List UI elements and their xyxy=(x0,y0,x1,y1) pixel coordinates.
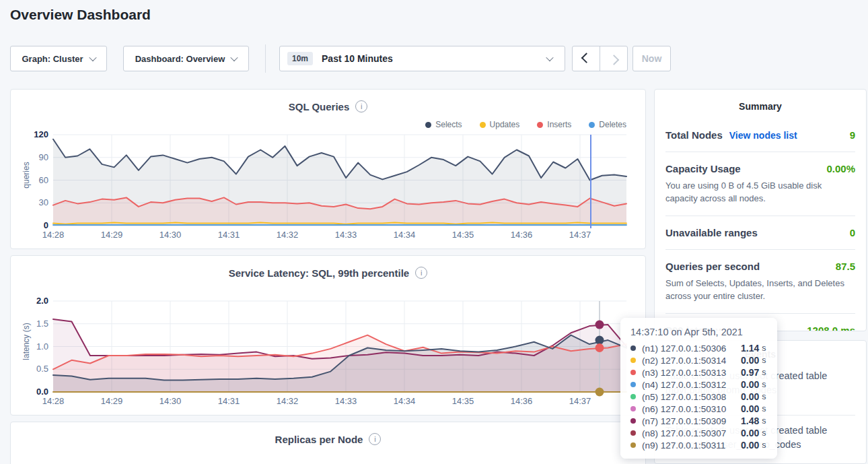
summary-row-value: 0 xyxy=(850,227,855,238)
service-latency-title: Service Latency: SQL, 99th percentile xyxy=(229,267,409,279)
toolbar-divider xyxy=(265,44,266,73)
node-color-dot-icon xyxy=(630,418,636,424)
chevron-down-icon xyxy=(546,54,553,61)
time-range-label: Past 10 Minutes xyxy=(322,53,393,64)
x-axis-tick: 14:35 xyxy=(448,396,478,406)
y-axis-tick: 1.0 xyxy=(11,341,48,352)
info-icon[interactable]: i xyxy=(369,433,381,445)
tooltip-row: (n6) 127.0.0.1:503100.00s xyxy=(630,403,767,415)
time-forward-button[interactable] xyxy=(600,46,627,71)
tooltip-node-unit: s xyxy=(762,380,766,389)
chevron-left-icon xyxy=(581,53,591,63)
node-color-dot-icon xyxy=(630,358,636,363)
node-color-dot-icon xyxy=(630,406,636,411)
x-axis-tick: 14:29 xyxy=(97,396,126,406)
x-axis-tick: 14:35 xyxy=(448,230,478,240)
node-color-dot-icon xyxy=(630,370,636,375)
x-axis-tick: 14:34 xyxy=(390,396,419,406)
legend-label: Inserts xyxy=(547,120,571,129)
overview-dashboard-page: Overview Dashboard Graph: Cluster Dashbo… xyxy=(0,0,868,464)
tooltip-node-label: (n1) 127.0.0.1:50306 xyxy=(642,343,741,354)
sql-queries-title: SQL Queries xyxy=(289,101,350,112)
summary-row-top: Total NodesView nodes list9 xyxy=(665,129,855,141)
node-color-dot-icon xyxy=(630,430,636,436)
node-color-dot-icon xyxy=(630,382,636,387)
sql-queries-legend: SelectsUpdatesInsertsDeletes xyxy=(425,120,626,129)
y-axis-tick: 0 xyxy=(11,220,48,230)
summary-row: Total NodesView nodes list9 xyxy=(665,119,855,152)
y-axis-tick: 0.5 xyxy=(11,364,48,374)
tooltip-node-label: (n3) 127.0.0.1:50313 xyxy=(642,368,741,378)
legend-label: Selects xyxy=(435,120,462,129)
summary-row-top: Capacity Usage0.00% xyxy=(665,163,855,174)
y-axis-tick: 0.0 xyxy=(11,387,48,397)
tooltip-node-unit: s xyxy=(762,356,766,365)
x-axis-tick: 14:28 xyxy=(38,230,68,240)
summary-panel: Summary Total NodesView nodes list9Capac… xyxy=(654,89,867,331)
chart-title-row: Service Latency: SQL, 99th percentile i xyxy=(11,256,645,279)
summary-row: Capacity Usage0.00%You are using 0 B of … xyxy=(665,152,855,216)
sql-queries-panel: SQL Queries i SelectsUpdatesInsertsDelet… xyxy=(10,89,646,249)
info-icon[interactable]: i xyxy=(355,100,367,112)
y-axis-tick: 2.0 xyxy=(11,296,48,306)
tooltip-node-unit: s xyxy=(762,343,766,353)
service-latency-plot[interactable] xyxy=(53,301,626,392)
legend-dot-icon xyxy=(589,122,595,128)
time-nav-group xyxy=(572,46,628,71)
tooltip-node-unit: s xyxy=(762,416,766,426)
chart-hover-tooltip: 14:37:10 on Apr 5th, 2021 (n1) 127.0.0.1… xyxy=(620,318,777,459)
tooltip-row: (n5) 127.0.0.1:503080.00s xyxy=(630,391,767,403)
legend-label: Deletes xyxy=(599,120,626,129)
legend-dot-icon xyxy=(480,122,486,128)
x-axis-tick: 14:31 xyxy=(214,396,244,406)
x-axis-ticks: 14:2814:2914:3014:3114:3214:3314:3414:35… xyxy=(53,396,626,408)
info-icon[interactable]: i xyxy=(415,267,427,279)
x-axis-tick: 14:30 xyxy=(155,230,185,240)
legend-item-updates[interactable]: Updates xyxy=(480,120,520,129)
tooltip-node-value: 0.00 xyxy=(741,379,759,390)
tooltip-node-unit: s xyxy=(762,440,766,450)
tooltip-row: (n1) 127.0.0.1:503061.14s xyxy=(630,342,767,354)
time-range-dropdown[interactable]: 10m Past 10 Minutes xyxy=(279,46,565,71)
replicas-per-node-title: Replicas per Node xyxy=(275,434,363,445)
summary-row-subtitle: You are using 0 B of 4.5 GiB usable disk… xyxy=(665,179,855,205)
x-axis-tick: 14:31 xyxy=(214,230,244,240)
tooltip-node-value: 0.00 xyxy=(741,403,759,414)
chart-title-row: SQL Queries i xyxy=(11,90,645,112)
page-title: Overview Dashboard xyxy=(10,7,151,23)
tooltip-node-label: (n9) 127.0.0.1:50311 xyxy=(642,440,741,451)
dashboard-dropdown-label: Dashboard: Overview xyxy=(135,54,225,64)
y-axis-ticks: 0306090120 xyxy=(11,135,48,226)
legend-item-deletes[interactable]: Deletes xyxy=(589,120,626,129)
summary-row-top: Unavailable ranges0 xyxy=(665,227,855,238)
legend-item-inserts[interactable]: Inserts xyxy=(537,120,571,129)
summary-row: Queries per second87.5Sum of Selects, Up… xyxy=(665,249,855,313)
tooltip-node-label: (n2) 127.0.0.1:50314 xyxy=(642,356,741,366)
replicas-per-node-panel: Replicas per Node i xyxy=(10,422,646,464)
x-axis-tick: 14:33 xyxy=(331,230,361,240)
chevron-down-icon xyxy=(89,54,96,61)
view-nodes-list-link[interactable]: View nodes list xyxy=(729,130,797,141)
latency-svg xyxy=(53,301,626,392)
x-axis-ticks: 14:2814:2914:3014:3114:3214:3314:3414:35… xyxy=(53,230,626,242)
time-back-button[interactable] xyxy=(573,46,600,71)
summary-row-value: 1208.0 ms xyxy=(807,325,855,331)
now-button[interactable]: Now xyxy=(632,46,671,71)
graph-scope-dropdown[interactable]: Graph: Cluster xyxy=(10,46,107,71)
tooltip-node-label: (n4) 127.0.0.1:50312 xyxy=(642,380,741,390)
dashboard-dropdown[interactable]: Dashboard: Overview xyxy=(123,46,249,71)
y-axis-tick: 60 xyxy=(11,175,48,185)
x-axis-tick: 14:36 xyxy=(507,396,536,406)
legend-item-selects[interactable]: Selects xyxy=(425,120,462,129)
tooltip-node-value: 1.48 xyxy=(741,416,759,426)
summary-row-value: 9 xyxy=(850,129,855,141)
time-range-badge: 10m xyxy=(287,52,313,65)
tooltip-node-value: 0.00 xyxy=(741,428,759,438)
tooltip-rows: (n1) 127.0.0.1:503061.14s(n2) 127.0.0.1:… xyxy=(630,342,767,451)
chevron-right-icon xyxy=(608,55,619,65)
x-axis-tick: 14:28 xyxy=(38,396,68,406)
summary-row-value: 87.5 xyxy=(836,261,855,272)
tooltip-node-value: 1.14 xyxy=(741,343,759,354)
sql-queries-plot[interactable] xyxy=(53,135,626,226)
tooltip-row: (n7) 127.0.0.1:503091.48s xyxy=(630,415,767,427)
